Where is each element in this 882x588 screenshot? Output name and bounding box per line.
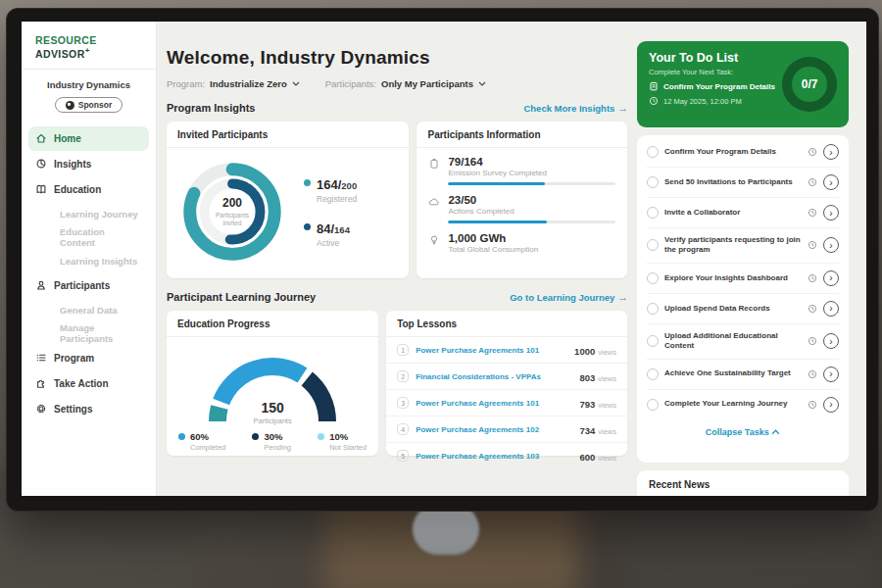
task-checkbox[interactable] xyxy=(647,368,659,380)
task-open-button[interactable]: › xyxy=(823,237,839,253)
participants-filter[interactable]: Participants: Only My Participants xyxy=(325,78,486,89)
lesson-link[interactable]: Financial Considerations - VPPAs xyxy=(416,372,572,381)
due-date: 12 May 2025, 12:00 PM xyxy=(663,97,742,106)
task-row[interactable]: Verify participants requesting to join t… xyxy=(647,228,839,264)
next-task-label: Confirm Your Program Details xyxy=(663,82,775,91)
task-row[interactable]: Upload Spend Data Records › xyxy=(647,294,839,324)
task-row[interactable]: Upload Additional Educational Content › xyxy=(647,324,839,360)
sidebar-item-general-data[interactable]: General Data xyxy=(28,299,149,321)
chevron-up-icon xyxy=(771,429,780,435)
collapse-tasks-link[interactable]: Collapse Tasks xyxy=(647,419,839,441)
sidebar-item-program[interactable]: Program xyxy=(28,346,149,370)
check-more-insights-link[interactable]: Check More Insights → xyxy=(523,102,628,114)
lesson-rank: 5 xyxy=(397,450,409,462)
sidebar: RESOURCE ADVISOR+ Industry Dynamics Spon… xyxy=(22,22,157,496)
clock-icon xyxy=(808,400,817,410)
todo-panel: Your To Do List Complete Your Next Task:… xyxy=(637,41,849,127)
task-checkbox[interactable] xyxy=(647,335,659,347)
task-open-button[interactable]: › xyxy=(823,205,839,220)
settings-icon xyxy=(35,403,47,415)
go-to-learning-journey-link[interactable]: Go to Learning Journey → xyxy=(510,291,628,303)
program-icon xyxy=(35,352,47,364)
lesson-link[interactable]: Power Purchase Agreements 101 xyxy=(416,399,572,408)
lesson-link[interactable]: Power Purchase Agreements 101 xyxy=(416,346,567,355)
participants-information-card: Participants Information 79/164 Emission… xyxy=(416,122,627,278)
invited-participants-card: Invited Participants 200 Participants In… xyxy=(167,122,409,278)
clock-icon xyxy=(808,240,817,250)
task-open-button[interactable]: › xyxy=(823,270,839,286)
legend-dot xyxy=(304,223,311,230)
task-open-button[interactable]: › xyxy=(823,144,839,160)
sidebar-item-manage-participants[interactable]: Manage Participants xyxy=(28,322,149,345)
sidebar-item-insights[interactable]: Insights xyxy=(28,152,149,176)
education-progress-card: Education Progress 150 Participants 60% … xyxy=(167,311,378,456)
task-row[interactable]: Achieve One Sustainability Target › xyxy=(647,360,839,390)
clock-icon xyxy=(808,304,817,314)
education-icon xyxy=(35,183,47,195)
sidebar-item-education[interactable]: Education xyxy=(28,177,149,202)
task-open-button[interactable]: › xyxy=(823,367,839,382)
clock-icon xyxy=(808,273,817,283)
sidebar-item-home[interactable]: Home xyxy=(28,126,149,151)
task-open-button[interactable]: › xyxy=(823,397,839,413)
task-checkbox[interactable] xyxy=(647,272,659,284)
donut-center-value: 200 xyxy=(222,196,242,210)
task-row[interactable]: Explore Your Insights Dashboard › xyxy=(647,264,839,294)
legend-dot xyxy=(304,179,311,186)
task-row[interactable]: Complete Your Learning Journey › xyxy=(647,390,839,419)
lesson-link[interactable]: Power Purchase Agreements 102 xyxy=(416,425,572,434)
invited-donut-chart: 200 Participants Invited xyxy=(174,154,290,270)
task-open-button[interactable]: › xyxy=(823,301,839,317)
sidebar-item-education-content[interactable]: Education Content xyxy=(28,226,149,249)
clock-icon xyxy=(808,177,817,187)
stat-emission-survey: 79/164 Emission Survey Completed xyxy=(428,156,615,185)
org-name: Industry Dynamics xyxy=(22,79,156,90)
recent-news-card: Recent News xyxy=(637,470,849,496)
sidebar-item-settings[interactable]: Settings xyxy=(28,397,149,421)
take-action-icon xyxy=(35,377,47,389)
stat-consumption: 1,000 GWh Total Global Consumption xyxy=(428,232,615,254)
lesson-row: 5 Power Purchase Agreements 103 600views xyxy=(386,443,627,468)
lesson-rank: 3 xyxy=(397,397,409,409)
sidebar-nav: Home Insights Education Learning Journey… xyxy=(22,123,156,424)
legend-active: 84/164 Active xyxy=(304,220,357,248)
gauge-center-value: 150 xyxy=(199,400,346,416)
lesson-rank: 2 xyxy=(397,370,409,382)
sidebar-item-take-action[interactable]: Take Action xyxy=(28,371,149,396)
lesson-rank: 4 xyxy=(397,423,409,435)
tasks-list: Confirm Your Program Details › Send 50 I… xyxy=(637,135,849,463)
main-content: Welcome, Industry Dynamics Program: Indu… xyxy=(157,22,637,496)
task-open-button[interactable]: › xyxy=(823,333,839,349)
gauge-legend: 60% Completed 30% Pending 10% Not Starte… xyxy=(167,427,378,452)
task-checkbox[interactable] xyxy=(647,146,659,158)
task-checkbox[interactable] xyxy=(647,207,659,219)
gauge-center-label: Participants xyxy=(199,416,346,425)
legend-not-started: 10% Not Started xyxy=(318,431,367,452)
task-row[interactable]: Confirm Your Program Details › xyxy=(647,137,839,168)
task-checkbox[interactable] xyxy=(647,303,659,315)
participants-icon xyxy=(35,279,47,291)
page-title: Welcome, Industry Dynamics xyxy=(167,47,627,69)
program-insights-title: Program Insights xyxy=(167,102,255,114)
sidebar-item-learning-journey[interactable]: Learning Journey xyxy=(28,203,149,225)
stat-actions: 23/50 Actions Completed xyxy=(428,194,615,223)
clock-icon xyxy=(808,208,817,218)
learning-journey-title: Participant Learning Journey xyxy=(167,291,316,303)
home-icon xyxy=(35,132,47,144)
task-checkbox[interactable] xyxy=(647,239,659,251)
task-checkbox[interactable] xyxy=(647,176,659,188)
task-checkbox[interactable] xyxy=(647,399,659,411)
donut-center-label: Participants Invited xyxy=(210,212,255,227)
task-open-button[interactable]: › xyxy=(823,174,839,190)
lesson-link[interactable]: Power Purchase Agreements 103 xyxy=(416,452,572,461)
survey-icon xyxy=(428,158,440,170)
legend-registered: 164/200 Registered xyxy=(304,175,357,204)
sidebar-item-participants[interactable]: Participants xyxy=(28,273,149,298)
progress-bar xyxy=(448,220,615,223)
task-row[interactable]: Send 50 Invitations to Participants › xyxy=(647,168,839,198)
program-filter[interactable]: Program: Industrialize Zero xyxy=(167,78,300,89)
legend-dot xyxy=(178,433,185,440)
dashboard-screen: RESOURCE ADVISOR+ Industry Dynamics Spon… xyxy=(22,22,866,496)
task-row[interactable]: Invite a Collaborator › xyxy=(647,198,839,228)
sidebar-item-learning-insights[interactable]: Learning Insights xyxy=(28,250,149,272)
